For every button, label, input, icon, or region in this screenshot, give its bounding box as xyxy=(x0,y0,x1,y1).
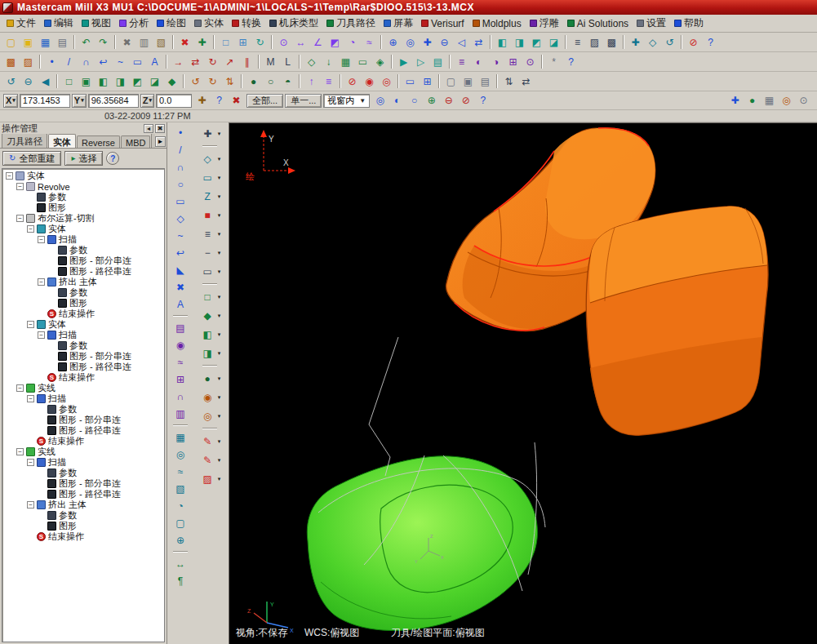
help-graphics-icon[interactable]: ? xyxy=(563,54,579,69)
level-move-icon[interactable]: ⇅ xyxy=(501,73,517,89)
post-process-icon[interactable]: ▤ xyxy=(430,54,446,69)
tree-item[interactable]: −实体 xyxy=(3,224,164,234)
point-create-icon[interactable]: • xyxy=(44,54,60,69)
sketch-rect-icon[interactable]: ▭ xyxy=(172,193,189,209)
curve-density-icon[interactable]: ≡ xyxy=(321,73,336,89)
select-single-button[interactable]: 单一... xyxy=(285,94,322,108)
gview-dynamic-icon[interactable]: ↺ xyxy=(3,73,19,89)
gview-rotate-icon[interactable]: ↺ xyxy=(662,34,677,50)
toolpath-face-icon[interactable]: ▭ xyxy=(355,54,371,69)
flyout-arrow-icon[interactable]: ▾ xyxy=(218,413,221,420)
select-button[interactable]: ▸ 选择 xyxy=(64,151,103,166)
expand-toggle[interactable]: − xyxy=(16,384,24,392)
x-coordinate-input[interactable] xyxy=(20,94,70,108)
regen-all-button[interactable]: ↻ 全部重建 xyxy=(2,151,61,166)
flyout-arrow-icon[interactable]: ▾ xyxy=(218,269,221,275)
expand-toggle[interactable]: − xyxy=(38,236,45,243)
gview-cross-icon[interactable]: ✚ xyxy=(727,93,743,109)
solid-revolve-icon[interactable]: ◎ xyxy=(172,446,189,462)
tree-item[interactable]: −实线 xyxy=(3,446,164,457)
rotate-z-icon[interactable]: ⇅ xyxy=(222,73,238,89)
result-colors-icon[interactable]: ◉ xyxy=(362,73,377,89)
panel-collapse-button[interactable]: ◂ xyxy=(144,124,153,133)
out-select-icon[interactable]: ○ xyxy=(406,93,422,109)
graphics-viewport[interactable]: Y X 绘 Y X Z Z X Y 视角: xyxy=(229,122,817,644)
drafting-edit-icon[interactable]: ✎ xyxy=(199,452,216,468)
tree-item[interactable]: −挤出 主体 xyxy=(3,500,164,510)
tree-item[interactable]: −实体 xyxy=(3,171,164,181)
machine-mill-icon[interactable]: M xyxy=(263,54,278,69)
shade-on-icon[interactable]: ● xyxy=(246,73,261,89)
verify-icon[interactable]: ▶ xyxy=(396,54,411,69)
autocursor-icon[interactable]: ✚ xyxy=(199,126,216,141)
hatch-create-icon[interactable]: ▨ xyxy=(199,471,216,486)
flyout-arrow-icon[interactable]: ▾ xyxy=(218,131,221,137)
toolpath-contour-icon[interactable]: ◇ xyxy=(304,54,319,69)
tab-reverse[interactable]: Reverse xyxy=(77,135,120,149)
level-copy-icon[interactable]: ⇄ xyxy=(518,73,534,89)
sketch-line-icon[interactable]: / xyxy=(172,142,189,158)
fastpoint-icon[interactable]: ✚ xyxy=(194,93,210,109)
tree-item[interactable]: S结束操作 xyxy=(3,531,164,542)
analyze-dynamic-icon[interactable]: ◔ xyxy=(344,34,360,50)
toolpath-surface-icon[interactable]: ◈ xyxy=(372,54,388,69)
analyze-chain-icon[interactable]: ≈ xyxy=(362,34,377,50)
rotate-y-icon[interactable]: ↻ xyxy=(205,73,220,89)
sketch-arc-icon[interactable]: ∩ xyxy=(172,159,189,175)
expand-toggle[interactable]: − xyxy=(16,448,24,455)
expand-toggle[interactable]: − xyxy=(27,459,34,466)
expand-toggle[interactable]: − xyxy=(27,501,34,509)
expand-toggle[interactable]: − xyxy=(38,278,45,286)
level-select-icon[interactable]: ≡ xyxy=(199,226,216,242)
flyout-arrow-icon[interactable]: ▾ xyxy=(218,231,221,238)
add-select-icon[interactable]: ⊕ xyxy=(424,93,439,109)
tree-item[interactable]: 参数 xyxy=(3,192,164,202)
xform-translate-icon[interactable]: → xyxy=(171,54,186,69)
spline-create-icon[interactable]: ~ xyxy=(113,54,128,69)
flyout-arrow-icon[interactable]: ▾ xyxy=(218,212,221,219)
tree-item[interactable]: S结束操作 xyxy=(3,309,164,319)
repaint-icon[interactable]: ↻ xyxy=(252,34,268,50)
gview-iso-icon[interactable]: ◪ xyxy=(546,34,562,50)
gview-sphere-icon[interactable]: ● xyxy=(744,93,760,109)
tab-scroll-right-button[interactable]: ► xyxy=(155,136,166,147)
sketch-trim-icon[interactable]: ✖ xyxy=(172,279,189,295)
view-iso-icon[interactable]: ◆ xyxy=(164,73,180,89)
normals-show-icon[interactable]: ↑ xyxy=(304,73,319,89)
sketch-fillet-icon[interactable]: ↩ xyxy=(172,245,189,260)
surface-trim-icon[interactable]: ▥ xyxy=(172,406,189,421)
grid-view-icon[interactable]: ▦ xyxy=(761,93,777,109)
menu-item[interactable]: 设置 xyxy=(633,15,671,32)
cursor-guess-icon[interactable]: ? xyxy=(211,93,227,109)
gview-side-icon[interactable]: ◩ xyxy=(529,34,544,50)
linewidth-select-icon[interactable]: ▭ xyxy=(199,264,216,279)
zoom-target-icon[interactable]: ◎ xyxy=(402,34,418,50)
tree-item[interactable]: −布尔运算-切割 xyxy=(3,213,164,224)
unhide-all-icon[interactable]: ▣ xyxy=(460,73,476,89)
note-edit-icon[interactable]: ✎ xyxy=(199,433,216,449)
flyout-arrow-icon[interactable]: ▾ xyxy=(218,350,221,357)
levels-icon[interactable]: ≡ xyxy=(570,34,585,50)
paste-icon[interactable]: ▧ xyxy=(153,34,169,50)
tree-item[interactable]: −实体 xyxy=(3,319,164,330)
redo-icon[interactable]: ↷ xyxy=(95,34,111,50)
flyout-arrow-icon[interactable]: ▾ xyxy=(218,175,221,181)
view-right-icon[interactable]: ◪ xyxy=(147,73,162,89)
view-cube-top-icon[interactable]: □ xyxy=(199,289,216,304)
menu-item[interactable]: 帮助 xyxy=(671,15,708,32)
rotate-x-icon[interactable]: ↺ xyxy=(188,73,203,89)
flyout-arrow-icon[interactable]: ▾ xyxy=(218,331,221,338)
viewport-single-icon[interactable]: ▭ xyxy=(402,73,418,89)
toolpath-drill-icon[interactable]: ↓ xyxy=(321,54,336,69)
select-only-mask-icon[interactable]: ▨ xyxy=(20,54,36,69)
undo-icon[interactable]: ↶ xyxy=(78,34,94,50)
surface-net-icon[interactable]: ⊞ xyxy=(172,371,189,387)
view-back-icon[interactable]: ◨ xyxy=(113,73,128,89)
zoom-in-icon[interactable]: ✚ xyxy=(420,34,435,50)
translucent-icon[interactable]: ◓ xyxy=(280,73,295,89)
flyout-arrow-icon[interactable]: ▾ xyxy=(218,193,221,200)
tree-item[interactable]: S结束操作 xyxy=(3,372,164,383)
menu-item[interactable]: 机床类型 xyxy=(266,15,323,32)
view-bottom-icon[interactable]: ▣ xyxy=(78,73,94,89)
surface-ruled-icon[interactable]: ▤ xyxy=(172,320,189,335)
